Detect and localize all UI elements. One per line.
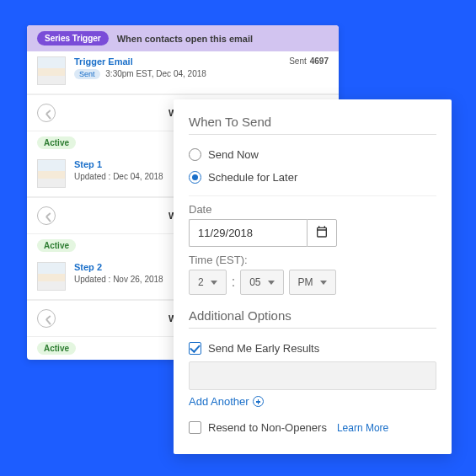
chevron-down-icon	[211, 281, 217, 285]
early-results-label: Send Me Early Results	[208, 342, 319, 355]
step1-updated: Updated : Dec 04, 2018	[74, 172, 163, 181]
chevron-down-icon	[268, 281, 275, 285]
add-another-link[interactable]: Add Another	[189, 395, 436, 408]
step2-updated: Updated : Nov 26, 2018	[74, 275, 163, 284]
status-badge-active: Active	[37, 136, 76, 149]
clock-icon	[37, 104, 56, 122]
step2-name[interactable]: Step 2	[74, 262, 163, 272]
status-badge-active: Active	[37, 239, 76, 252]
time-label: Time (EST):	[189, 254, 436, 266]
minute-select[interactable]: 05	[240, 270, 283, 295]
early-results-field[interactable]	[189, 361, 436, 390]
radio-icon[interactable]	[189, 148, 201, 161]
when-to-send-title: When To Send	[189, 115, 436, 129]
divider	[189, 328, 436, 329]
email-thumbnail	[37, 159, 66, 188]
resend-checkbox[interactable]	[189, 421, 201, 434]
radio-icon[interactable]	[189, 171, 201, 184]
additional-options-title: Additional Options	[189, 308, 436, 323]
plus-circle-icon	[253, 396, 264, 407]
time-separator: :	[232, 275, 235, 290]
trigger-send-time: 3:30pm EST, Dec 04, 2018	[105, 69, 206, 78]
learn-more-link[interactable]: Learn More	[337, 422, 388, 434]
resend-label: Resend to Non-Openers	[208, 421, 327, 434]
radio-send-now-label: Send Now	[208, 148, 259, 161]
trigger-email-row[interactable]: Trigger Email Sent 3:30pm EST, Dec 04, 2…	[27, 51, 339, 94]
trigger-stats: Sent4697	[289, 56, 329, 85]
step1-name[interactable]: Step 1	[74, 159, 163, 169]
series-trigger-badge: Series Trigger	[37, 31, 109, 45]
radio-schedule-later-label: Schedule for Later	[208, 171, 297, 184]
ampm-select[interactable]: PM	[289, 270, 336, 295]
hour-select[interactable]: 2	[189, 270, 227, 295]
email-thumbnail	[37, 56, 66, 85]
clock-icon	[37, 309, 56, 328]
date-input[interactable]	[189, 219, 307, 247]
schedule-panel: When To Send Send Now Schedule for Later…	[174, 99, 452, 454]
clock-icon	[37, 206, 56, 225]
divider	[189, 134, 436, 135]
chevron-down-icon	[320, 281, 327, 285]
trigger-email-name[interactable]: Trigger Email	[74, 56, 206, 67]
radio-send-now[interactable]: Send Now	[189, 143, 436, 166]
date-picker-button[interactable]	[307, 219, 337, 247]
radio-schedule-later[interactable]: Schedule for Later	[189, 166, 436, 189]
status-badge-sent: Sent	[74, 69, 100, 79]
date-label: Date	[189, 203, 436, 216]
series-trigger-desc: When contacts open this email	[117, 34, 253, 44]
status-badge-active: Active	[37, 342, 76, 355]
email-thumbnail	[37, 262, 66, 291]
divider	[189, 195, 436, 196]
series-header: Series Trigger When contacts open this e…	[27, 25, 339, 51]
calendar-icon	[315, 225, 329, 242]
early-results-checkbox[interactable]	[189, 342, 201, 355]
